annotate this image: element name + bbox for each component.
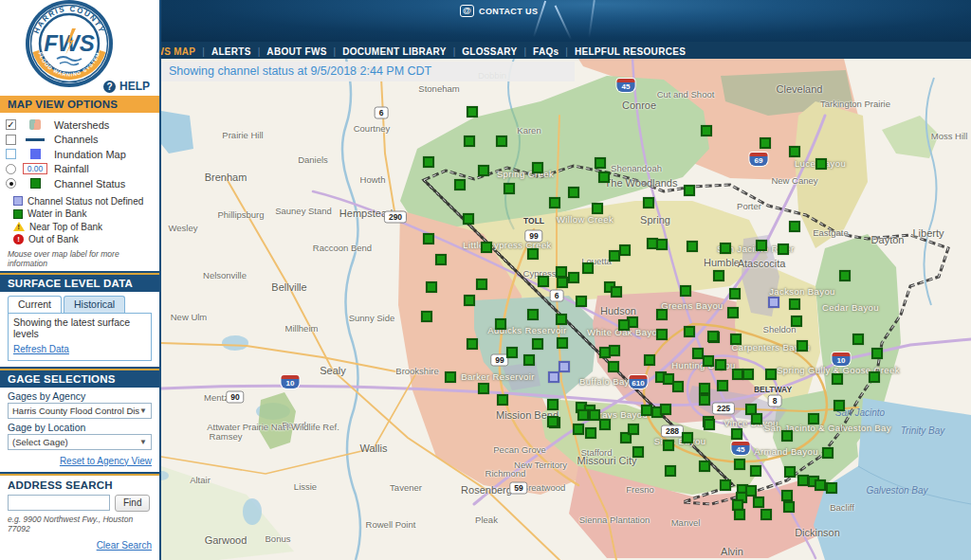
- channel-status-marker-water-in-bank[interactable]: [426, 281, 437, 293]
- channel-status-marker-water-in-bank[interactable]: [592, 203, 603, 214]
- channel-status-marker-water-in-bank[interactable]: [619, 244, 631, 256]
- channel-status-marker-water-in-bank[interactable]: [682, 432, 693, 443]
- channel-status-marker-water-in-bank[interactable]: [713, 270, 724, 281]
- channel-status-marker-water-in-bank[interactable]: [672, 381, 684, 392]
- channel-status-marker-water-in-bank[interactable]: [839, 270, 851, 281]
- channel-status-marker-water-in-bank[interactable]: [727, 307, 739, 318]
- channel-status-marker-water-in-bank[interactable]: [734, 459, 745, 470]
- agency-select[interactable]: Harris County Flood Control District ▼: [8, 403, 152, 419]
- channel-status-marker-water-in-bank[interactable]: [869, 371, 880, 383]
- radio-rainfall[interactable]: [6, 164, 16, 174]
- channel-status-marker-water-in-bank[interactable]: [497, 394, 508, 406]
- channel-status-marker-water-in-bank[interactable]: [701, 125, 712, 136]
- channel-status-marker-not-defined[interactable]: [559, 361, 570, 372]
- channel-status-marker-water-in-bank[interactable]: [628, 424, 639, 435]
- channel-status-marker-water-in-bank[interactable]: [611, 286, 622, 298]
- channel-status-marker-water-in-bank[interactable]: [423, 156, 434, 168]
- checkbox-inundation-map[interactable]: [6, 149, 16, 159]
- channel-status-marker-water-in-bank[interactable]: [527, 309, 539, 320]
- channel-status-marker-water-in-bank[interactable]: [834, 400, 845, 411]
- channel-status-marker-water-in-bank[interactable]: [832, 373, 843, 385]
- reset-agency-view-link[interactable]: Reset to Agency View: [60, 456, 152, 466]
- channel-status-marker-water-in-bank[interactable]: [608, 361, 619, 372]
- channel-status-marker-water-in-bank[interactable]: [656, 239, 668, 250]
- channel-status-marker-water-in-bank[interactable]: [707, 331, 719, 342]
- clear-search-link[interactable]: Clear Search: [97, 540, 152, 551]
- channel-status-marker-water-in-bank[interactable]: [599, 419, 611, 430]
- channel-status-marker-water-in-bank[interactable]: [781, 430, 793, 442]
- channel-status-marker-water-in-bank[interactable]: [781, 490, 793, 501]
- channel-status-marker-water-in-bank[interactable]: [547, 416, 559, 427]
- tab-historical[interactable]: Historical: [64, 296, 125, 313]
- channel-status-marker-water-in-bank[interactable]: [585, 427, 596, 439]
- channel-status-marker-water-in-bank[interactable]: [753, 497, 764, 508]
- channel-status-marker-water-in-bank[interactable]: [704, 419, 715, 430]
- channel-status-marker-water-in-bank[interactable]: [687, 241, 698, 252]
- channel-status-marker-water-in-bank[interactable]: [731, 428, 742, 440]
- channel-status-marker-water-in-bank[interactable]: [656, 329, 668, 340]
- channel-status-marker-water-in-bank[interactable]: [643, 197, 654, 208]
- channel-status-marker-water-in-bank[interactable]: [464, 135, 475, 147]
- channel-status-marker-water-in-bank[interactable]: [523, 354, 535, 366]
- channel-status-marker-water-in-bank[interactable]: [742, 369, 754, 380]
- channel-status-marker-water-in-bank[interactable]: [547, 399, 559, 410]
- channel-status-marker-water-in-bank[interactable]: [826, 482, 837, 494]
- channel-status-marker-water-in-bank[interactable]: [576, 296, 587, 307]
- channel-status-marker-water-in-bank[interactable]: [568, 272, 579, 283]
- channel-status-marker-water-in-bank[interactable]: [467, 106, 478, 117]
- channel-status-marker-water-in-bank[interactable]: [577, 409, 589, 421]
- channel-status-marker-water-in-bank[interactable]: [423, 233, 434, 244]
- channel-status-marker-water-in-bank[interactable]: [481, 242, 492, 253]
- channel-status-marker-water-in-bank[interactable]: [765, 369, 777, 380]
- channel-status-marker-water-in-bank[interactable]: [665, 465, 676, 477]
- channel-status-marker-water-in-bank[interactable]: [797, 340, 808, 352]
- channel-status-marker-water-in-bank[interactable]: [684, 185, 695, 196]
- channel-status-marker-water-in-bank[interactable]: [478, 165, 489, 176]
- channel-status-marker-water-in-bank[interactable]: [871, 348, 883, 359]
- channel-status-marker-water-in-bank[interactable]: [660, 404, 671, 415]
- channel-status-marker-not-defined[interactable]: [548, 371, 559, 383]
- channel-status-marker-water-in-bank[interactable]: [684, 326, 695, 337]
- channel-status-marker-water-in-bank[interactable]: [808, 413, 819, 425]
- channel-status-marker-water-in-bank[interactable]: [549, 197, 560, 208]
- location-select[interactable]: (Select Gage) ▼: [8, 434, 152, 450]
- channel-status-marker-water-in-bank[interactable]: [680, 285, 691, 297]
- channel-status-marker-water-in-bank[interactable]: [715, 359, 726, 370]
- channel-status-marker-water-in-bank[interactable]: [789, 221, 800, 232]
- channel-status-marker-water-in-bank[interactable]: [454, 179, 466, 190]
- channel-status-marker-water-in-bank[interactable]: [496, 135, 507, 147]
- channel-status-marker-water-in-bank[interactable]: [791, 316, 802, 327]
- channel-status-marker-water-in-bank[interactable]: [656, 309, 668, 320]
- nav-item-document-library[interactable]: DOCUMENT LIBRARY: [342, 46, 446, 57]
- channel-status-marker-water-in-bank[interactable]: [751, 413, 762, 425]
- channel-status-marker-water-in-bank[interactable]: [703, 355, 714, 367]
- channel-status-marker-water-in-bank[interactable]: [435, 254, 447, 265]
- channel-status-marker-water-in-bank[interactable]: [750, 465, 761, 477]
- channel-status-marker-water-in-bank[interactable]: [557, 337, 568, 349]
- channel-status-marker-water-in-bank[interactable]: [463, 213, 474, 225]
- nav-item-helpful-resources[interactable]: HELPFUL RESOURCES: [575, 46, 686, 57]
- channel-status-marker-water-in-bank[interactable]: [760, 137, 771, 149]
- address-search-input[interactable]: [8, 495, 110, 511]
- channel-status-marker-water-in-bank[interactable]: [421, 311, 432, 322]
- map-canvas[interactable]: NavasotaDobbinStonehamCourtneyPrairie Hi…: [161, 59, 971, 560]
- channel-status-marker-water-in-bank[interactable]: [720, 243, 731, 254]
- channel-status-marker-water-in-bank[interactable]: [476, 279, 487, 290]
- channel-status-marker-water-in-bank[interactable]: [495, 318, 506, 330]
- channel-status-marker-water-in-bank[interactable]: [538, 276, 549, 287]
- channel-status-marker-water-in-bank[interactable]: [506, 347, 518, 358]
- channel-status-marker-water-in-bank[interactable]: [598, 172, 610, 183]
- channel-status-marker-water-in-bank[interactable]: [852, 334, 864, 345]
- channel-status-marker-water-in-bank[interactable]: [699, 461, 710, 472]
- channel-status-marker-water-in-bank[interactable]: [609, 345, 620, 356]
- channel-status-marker-water-in-bank[interactable]: [464, 295, 475, 306]
- channel-status-marker-water-in-bank[interactable]: [568, 187, 579, 198]
- channel-status-marker-water-in-bank[interactable]: [720, 479, 731, 491]
- channel-status-marker-water-in-bank[interactable]: [532, 338, 543, 350]
- refresh-data-link[interactable]: Refresh Data: [13, 344, 69, 354]
- channel-status-marker-not-defined[interactable]: [768, 297, 779, 308]
- channel-status-marker-water-in-bank[interactable]: [699, 394, 710, 406]
- channel-status-marker-water-in-bank[interactable]: [734, 509, 745, 520]
- channel-status-marker-water-in-bank[interactable]: [789, 298, 800, 310]
- channel-status-marker-water-in-bank[interactable]: [663, 440, 674, 451]
